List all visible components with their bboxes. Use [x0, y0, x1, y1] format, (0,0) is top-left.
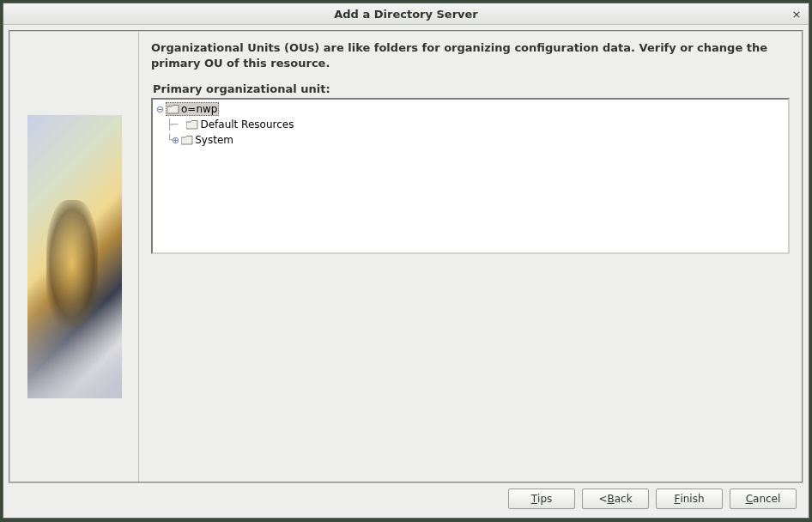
tree-toggle-collapsed-icon[interactable]: [172, 137, 179, 144]
main-area: Organizational Units (OUs) are like fold…: [9, 30, 803, 483]
tree-node-label: Default Resources: [200, 118, 294, 130]
right-panel: Organizational Units (OUs) are like fold…: [139, 32, 802, 482]
folder-icon: [181, 136, 193, 145]
tree-node-child[interactable]: ├─ · Default Resources: [155, 117, 786, 132]
folder-icon: [186, 120, 198, 130]
dialog-window: Add a Directory Server × Organizational …: [3, 3, 809, 519]
tips-button[interactable]: Tips: [508, 489, 575, 509]
back-button[interactable]: <Back: [582, 489, 649, 509]
tree-node-child[interactable]: └ System: [155, 132, 786, 148]
titlebar: Add a Directory Server ×: [3, 3, 809, 25]
finish-button[interactable]: Finish: [656, 489, 723, 509]
tree-toggle-expanded-icon[interactable]: [156, 106, 164, 113]
cancel-button[interactable]: Cancel: [730, 489, 797, 509]
tree-label: Primary organizational unit:: [151, 82, 790, 95]
folder-icon: [167, 105, 179, 114]
sidebar-image-panel: [10, 32, 139, 482]
close-icon: ×: [792, 8, 802, 21]
button-bar: Tips <Back Finish Cancel: [9, 483, 803, 513]
decorative-image: [27, 115, 122, 398]
close-button[interactable]: ×: [790, 7, 803, 21]
tree-node-root[interactable]: o=nwp: [155, 101, 786, 117]
tree-line-icon: ├─: [167, 118, 177, 130]
window-title: Add a Directory Server: [334, 8, 478, 21]
description-text: Organizational Units (OUs) are like fold…: [151, 40, 790, 70]
tree-node-label: System: [195, 134, 233, 146]
ou-tree[interactable]: o=nwp ├─ · Default Resources └: [151, 98, 790, 254]
tree-node-label: o=nwp: [181, 103, 217, 115]
content-wrap: Organizational Units (OUs) are like fold…: [3, 25, 809, 518]
